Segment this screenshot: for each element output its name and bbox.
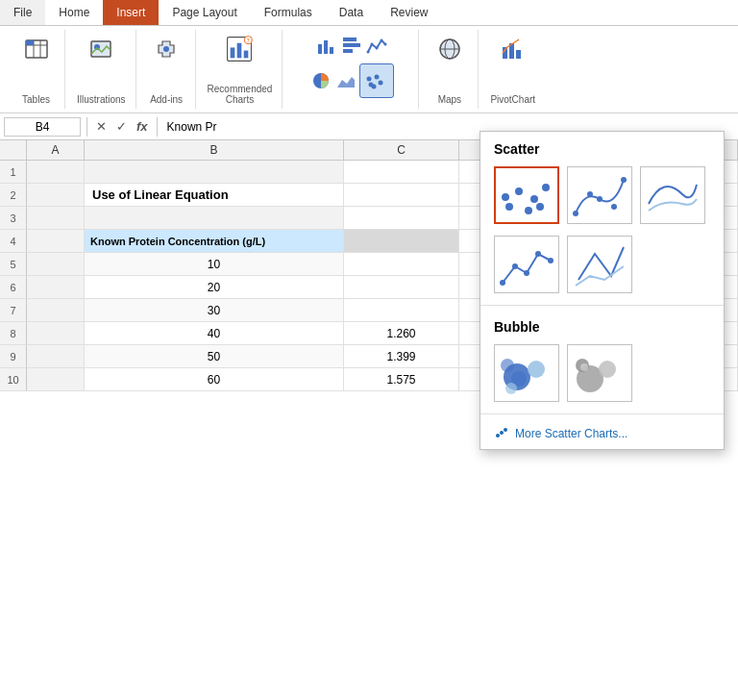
group-addins: Add-ins — [138, 30, 196, 109]
cell-b1[interactable] — [85, 161, 344, 184]
svg-rect-15 — [324, 40, 328, 54]
cell-a10[interactable] — [27, 368, 85, 391]
scatter-smooth-markers-thumb[interactable] — [567, 166, 632, 224]
scatter-chart-button[interactable] — [359, 63, 394, 98]
cell-b8[interactable]: 40 — [85, 322, 344, 345]
pivotchart-icon[interactable] — [498, 34, 529, 64]
dropdown-divider2 — [480, 413, 724, 414]
svg-rect-17 — [343, 38, 357, 41]
cell-a4[interactable] — [27, 230, 85, 253]
tables-icon[interactable] — [21, 34, 52, 64]
group-charts — [284, 30, 419, 109]
cell-c8[interactable]: 1.260 — [344, 322, 459, 345]
col-header-c[interactable]: C — [344, 140, 459, 160]
cell-c3[interactable] — [344, 207, 459, 230]
svg-rect-19 — [343, 49, 353, 53]
cell-a2[interactable] — [27, 184, 85, 207]
svg-point-24 — [383, 43, 386, 46]
tab-data[interactable]: Data — [326, 0, 377, 25]
scatter-dots-thumb[interactable] — [494, 166, 559, 224]
svg-point-7 — [163, 46, 169, 52]
scatter-lines-only-thumb[interactable] — [567, 236, 632, 293]
tab-insert[interactable]: Insert — [103, 0, 159, 25]
cell-c5[interactable] — [344, 253, 459, 276]
svg-point-63 — [496, 434, 500, 438]
addins-label: Add-ins — [150, 94, 183, 105]
svg-point-45 — [587, 191, 593, 197]
cell-b10[interactable]: 60 — [85, 368, 344, 391]
column-chart-icon[interactable] — [315, 34, 338, 57]
pie-chart-icon[interactable] — [309, 69, 332, 92]
svg-point-20 — [366, 51, 369, 54]
cell-a8[interactable] — [27, 322, 85, 345]
bar-chart-icon[interactable] — [340, 34, 363, 57]
svg-point-39 — [515, 188, 523, 195]
insert-function-button[interactable]: fx — [134, 119, 151, 134]
svg-rect-5 — [91, 41, 111, 57]
illustrations-icon[interactable] — [86, 34, 116, 64]
tab-page-layout[interactable]: Page Layout — [159, 0, 250, 25]
cell-a6[interactable] — [27, 276, 85, 299]
name-box[interactable] — [4, 117, 81, 137]
svg-point-52 — [535, 251, 541, 257]
recommended-charts-label: Recommended Charts — [208, 84, 273, 105]
more-scatter-label: More Scatter Charts... — [515, 427, 627, 440]
svg-point-21 — [370, 43, 373, 46]
col-header-a[interactable]: A — [27, 140, 85, 160]
bubble-filled-thumb[interactable] — [494, 344, 559, 402]
svg-point-53 — [548, 258, 554, 263]
svg-point-47 — [611, 204, 617, 210]
line-chart-icon[interactable] — [365, 34, 388, 57]
area-chart-icon[interactable] — [334, 69, 357, 92]
maps-icon[interactable] — [434, 34, 465, 64]
cancel-formula-button[interactable]: ✕ — [93, 119, 110, 134]
cell-a9[interactable] — [27, 345, 85, 368]
cell-a1[interactable] — [27, 161, 85, 184]
svg-point-30 — [371, 85, 376, 89]
cell-c9[interactable]: 1.399 — [344, 345, 459, 368]
cell-c10[interactable]: 1.575 — [344, 368, 459, 391]
svg-point-38 — [502, 193, 509, 201]
scatter-lines-markers-thumb[interactable] — [494, 236, 559, 293]
cell-c7[interactable] — [344, 299, 459, 322]
cell-a3[interactable] — [27, 207, 85, 230]
tab-file[interactable]: File — [0, 0, 45, 25]
addins-icon[interactable] — [151, 34, 182, 64]
scatter-chart-types-row2 — [480, 232, 724, 301]
more-scatter-charts-link[interactable]: More Scatter Charts... — [480, 418, 724, 449]
cell-b3[interactable] — [85, 207, 344, 230]
row-number: 6 — [0, 276, 27, 299]
row-number: 8 — [0, 322, 27, 345]
tab-review[interactable]: Review — [377, 0, 441, 25]
ribbon-body: Tables Illustrations Add-ins — [0, 26, 738, 112]
cell-a7[interactable] — [27, 299, 85, 322]
svg-point-37 — [505, 203, 513, 211]
svg-point-46 — [597, 196, 603, 202]
tab-home[interactable]: Home — [45, 0, 103, 25]
cell-b2[interactable]: Use of Linear Equation — [85, 184, 344, 207]
svg-point-50 — [512, 263, 518, 269]
cell-a5[interactable] — [27, 253, 85, 276]
confirm-formula-button[interactable]: ✓ — [113, 119, 130, 134]
spreadsheet-container: A B C 1 2 Use of Linear Equation 3 — [0, 140, 738, 391]
cell-b7[interactable]: 30 — [85, 299, 344, 322]
bubble-3d-thumb[interactable] — [567, 344, 632, 402]
cell-c6[interactable] — [344, 276, 459, 299]
cell-c4[interactable] — [344, 230, 459, 253]
svg-point-23 — [380, 39, 382, 42]
cell-b6[interactable]: 20 — [85, 276, 344, 299]
scatter-smooth-only-thumb[interactable] — [640, 166, 705, 224]
cell-c1[interactable] — [344, 161, 459, 184]
svg-point-27 — [366, 77, 371, 82]
cell-c2[interactable] — [344, 184, 459, 207]
col-header-b[interactable]: B — [85, 140, 344, 160]
group-pivotchart: PivotChart — [480, 30, 545, 109]
cell-b9[interactable]: 50 — [85, 345, 344, 368]
cell-b5[interactable]: 10 — [85, 253, 344, 276]
svg-point-42 — [542, 184, 550, 191]
recommended-charts-icon[interactable]: ? — [224, 34, 255, 64]
cell-b4[interactable]: Known Protein Concentration (g/L) — [85, 230, 344, 253]
svg-point-43 — [536, 203, 544, 211]
tables-label: Tables — [22, 94, 50, 105]
tab-formulas[interactable]: Formulas — [251, 0, 326, 25]
